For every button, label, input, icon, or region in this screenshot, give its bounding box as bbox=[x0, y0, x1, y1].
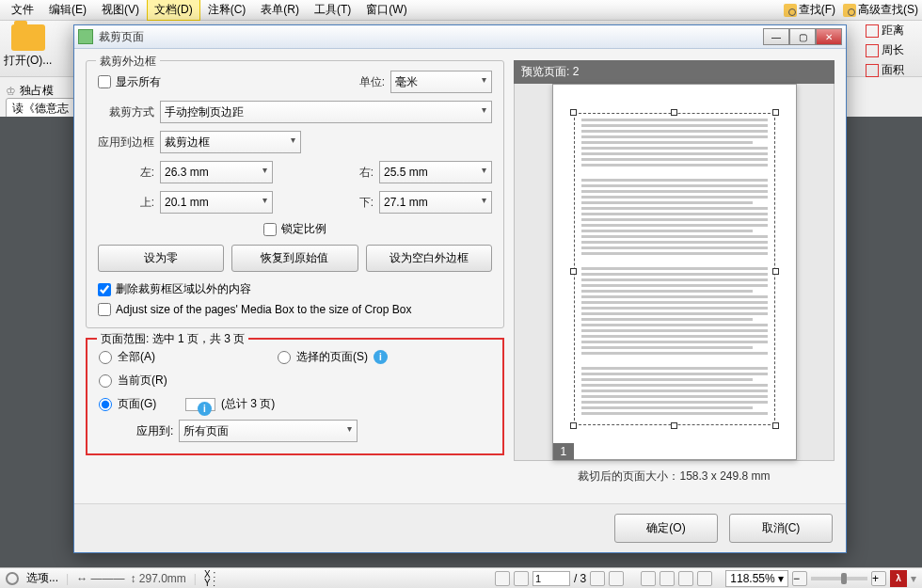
cancel-button[interactable]: 取消(C) bbox=[729, 514, 833, 543]
apply-box-label: 应用到边框 bbox=[98, 135, 154, 151]
crop-size-label: 裁切后的页面大小：158.3 x 249.8 mm bbox=[514, 461, 835, 492]
info-icon[interactable]: i bbox=[198, 402, 212, 416]
minimize-button[interactable]: — bbox=[763, 28, 789, 45]
crop-handle[interactable] bbox=[570, 422, 577, 429]
ok-button[interactable]: 确定(O) bbox=[614, 514, 718, 543]
unit-select[interactable]: 毫米 bbox=[390, 71, 492, 93]
apply-to-label: 应用到: bbox=[136, 423, 173, 439]
menu-document[interactable]: 文档(D) bbox=[147, 0, 200, 21]
crop-mode-select[interactable]: 手动控制页边距 bbox=[160, 101, 492, 123]
page-preview[interactable]: 1 bbox=[552, 84, 797, 460]
menu-view[interactable]: 视图(V) bbox=[94, 0, 147, 21]
apply-to-select[interactable]: 所有页面 bbox=[179, 420, 358, 442]
unit-label: 单位: bbox=[359, 74, 385, 90]
zoom-out-icon[interactable]: − bbox=[792, 571, 807, 586]
top-margin-input[interactable]: 20.1 mm bbox=[160, 191, 273, 214]
info-icon[interactable]: i bbox=[374, 350, 388, 364]
open-button[interactable]: 打开(O)... bbox=[4, 24, 52, 69]
status-bar: 选项... | ↔ ——— ↕ 297.0mm | X : Y : / 3 11… bbox=[0, 567, 922, 588]
menu-find[interactable]: 查找(F) bbox=[799, 2, 835, 18]
options-button[interactable]: 选项... bbox=[26, 570, 58, 586]
preview-page-number: 1 bbox=[553, 443, 575, 460]
last-page-icon[interactable] bbox=[609, 571, 624, 586]
folder-icon bbox=[11, 24, 45, 51]
view-mode-icon[interactable] bbox=[641, 571, 656, 586]
menu-advanced-find[interactable]: 高级查找(S) bbox=[858, 2, 918, 18]
menu-edit[interactable]: 编辑(E) bbox=[41, 0, 94, 21]
crop-handle[interactable] bbox=[671, 422, 677, 429]
next-page-icon[interactable] bbox=[590, 571, 605, 586]
set-zero-button[interactable]: 设为零 bbox=[98, 245, 224, 272]
radio-current-page[interactable]: 当前页(R) bbox=[99, 373, 491, 389]
page-range-legend: 页面范围: 选中 1 页，共 3 页 bbox=[97, 331, 248, 347]
lock-ratio-checkbox[interactable]: 锁定比例 bbox=[263, 221, 326, 237]
prev-page-icon[interactable] bbox=[514, 571, 529, 586]
menu-file[interactable]: 文件 bbox=[4, 0, 41, 21]
xy-readout: X : Y : bbox=[204, 570, 215, 587]
distance-icon bbox=[866, 24, 879, 38]
dialog-title: 裁剪页面 bbox=[99, 29, 763, 45]
gear-icon[interactable] bbox=[6, 572, 19, 585]
preview-header: 预览页面: 2 bbox=[514, 60, 835, 84]
menu-tools[interactable]: 工具(T) bbox=[307, 0, 358, 21]
measure-tools: 距离 周长 面积 bbox=[862, 21, 922, 80]
area-icon bbox=[866, 64, 879, 77]
menu-annotate[interactable]: 注释(C) bbox=[200, 0, 254, 21]
adjust-media-box-checkbox[interactable]: Adjust size of the pages' Media Box to t… bbox=[98, 303, 492, 316]
right-margin-input[interactable]: 25.5 mm bbox=[379, 161, 492, 183]
zoom-select[interactable]: 118.55% ▾ bbox=[725, 570, 788, 587]
exclusive-mode[interactable]: 独占模 bbox=[20, 83, 54, 99]
crop-handle[interactable] bbox=[772, 109, 779, 116]
page-range-group: 页面范围: 选中 1 页，共 3 页 全部(A) 选择的页面(S) i 当前页(… bbox=[86, 338, 504, 455]
crop-margins-legend: 裁剪外边框 bbox=[96, 54, 160, 70]
right-label: 右: bbox=[355, 165, 374, 181]
crop-handle[interactable] bbox=[671, 109, 677, 116]
view-mode-icon[interactable] bbox=[678, 571, 693, 586]
preview-area[interactable]: 1 bbox=[514, 84, 835, 461]
radio-all-pages[interactable]: 全部(A) bbox=[99, 349, 278, 365]
crop-pages-dialog: 裁剪页面 — ▢ ✕ 裁剪外边框 显示所有 单位: 毫米 裁剪方式 bbox=[73, 24, 847, 553]
advanced-find-icon bbox=[843, 4, 856, 17]
crop-margins-group: 裁剪外边框 显示所有 单位: 毫米 裁剪方式 手动控制页边距 应用到边框 裁剪边… bbox=[86, 60, 504, 328]
menu-form[interactable]: 表单(R) bbox=[253, 0, 307, 21]
show-all-checkbox[interactable]: 显示所有 bbox=[98, 74, 161, 90]
dialog-titlebar[interactable]: 裁剪页面 — ▢ ✕ bbox=[74, 25, 846, 49]
crop-handle[interactable] bbox=[772, 268, 779, 275]
crop-handle[interactable] bbox=[570, 268, 577, 275]
zoom-slider[interactable] bbox=[811, 577, 867, 580]
close-button[interactable]: ✕ bbox=[816, 28, 842, 45]
radio-selected-pages[interactable]: 选择的页面(S) i bbox=[278, 349, 388, 365]
crop-handle[interactable] bbox=[570, 109, 577, 116]
perimeter-icon bbox=[866, 44, 879, 57]
tool-distance[interactable]: 距离 bbox=[862, 21, 922, 40]
total-pages-label: (总计 3 页) bbox=[221, 396, 275, 412]
view-mode-icon[interactable] bbox=[660, 571, 675, 586]
apply-box-select[interactable]: 裁剪边框 bbox=[160, 131, 301, 153]
bottom-margin-input[interactable]: 27.1 mm bbox=[379, 191, 492, 214]
menu-window[interactable]: 窗口(W) bbox=[358, 0, 414, 21]
crop-mode-label: 裁剪方式 bbox=[98, 104, 154, 120]
pdf-icon[interactable]: λ bbox=[890, 570, 907, 587]
page-number-input[interactable] bbox=[533, 571, 570, 586]
crop-frame[interactable] bbox=[574, 113, 775, 425]
tool-perimeter[interactable]: 周长 bbox=[862, 40, 922, 60]
dialog-icon bbox=[78, 29, 93, 44]
maximize-button[interactable]: ▢ bbox=[789, 28, 816, 45]
view-mode-icon[interactable] bbox=[697, 571, 712, 586]
left-label: 左: bbox=[98, 165, 154, 181]
set-blank-margin-button[interactable]: 设为空白外边框 bbox=[366, 245, 492, 272]
page-dimensions: ↔ ——— ↕ 297.0mm bbox=[76, 572, 186, 585]
zoom-in-icon[interactable]: + bbox=[871, 571, 886, 586]
tool-area[interactable]: 面积 bbox=[862, 60, 922, 80]
first-page-icon[interactable] bbox=[495, 571, 510, 586]
find-icon bbox=[784, 4, 797, 17]
crop-handle[interactable] bbox=[772, 422, 779, 429]
left-margin-input[interactable]: 26.3 mm bbox=[160, 161, 273, 183]
restore-original-button[interactable]: 恢复到原始值 bbox=[231, 245, 358, 272]
top-label: 上: bbox=[98, 195, 154, 211]
radio-pages[interactable]: 页面(G) bbox=[99, 396, 180, 412]
page-total: / 3 bbox=[574, 572, 586, 585]
main-menu-bar: 文件 编辑(E) 视图(V) 文档(D) 注释(C) 表单(R) 工具(T) 窗… bbox=[0, 0, 922, 21]
delete-outside-checkbox[interactable]: 删除裁剪框区域以外的内容 bbox=[98, 281, 492, 297]
bottom-label: 下: bbox=[355, 195, 374, 211]
